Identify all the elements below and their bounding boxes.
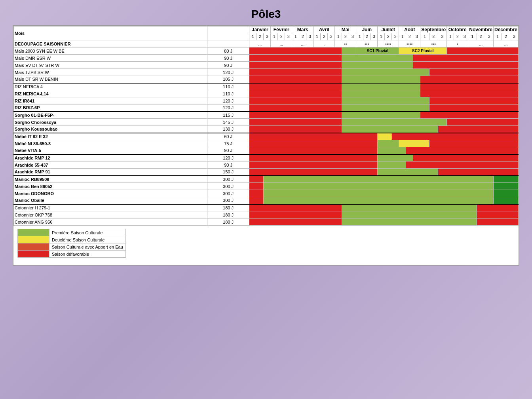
row-name: RIZ NERICA-L14: [14, 90, 207, 97]
row-days: 105 J: [207, 76, 249, 83]
calendar-cell: [399, 140, 429, 147]
table-row: Maïs DMR ESR W90 J: [14, 55, 519, 62]
dec-header: Décembre: [493, 27, 518, 33]
jul-header: Juillet: [378, 27, 399, 33]
calendar-cell: [342, 76, 420, 83]
legend-red: [18, 251, 49, 258]
calendar-cell: [438, 169, 518, 176]
d-jul3: 3: [392, 33, 399, 40]
row-name: RIZ BRIZ-6P: [14, 104, 207, 112]
row-days: 110 J: [207, 83, 249, 90]
row-name: Arachide RMP 91: [14, 169, 207, 176]
d-mai2: 2: [342, 33, 349, 40]
d-mar3: 3: [306, 33, 314, 40]
row-name: Manioc RB89509: [14, 176, 207, 183]
calendar-cell: [493, 197, 518, 204]
calendar-cell: [249, 162, 378, 169]
row-days: 180 J: [207, 211, 249, 218]
calendar-cell: [342, 218, 477, 226]
ds-avr: .: [314, 40, 335, 48]
calendar-cell: [493, 190, 518, 197]
ds-nov: ...: [468, 40, 494, 48]
table-row: Sorgho Chorossoya145 J: [14, 119, 519, 126]
calendar-cell: [420, 90, 519, 97]
row-days: 180 J: [207, 218, 249, 226]
calendar-cell: [342, 69, 429, 76]
calendar-cell: [413, 154, 519, 162]
row-name: Cotonnier H 279-1: [14, 204, 207, 211]
legend-yellow-label: Deuxième Saison Culturale: [49, 236, 126, 243]
legend-yellow: [18, 236, 49, 243]
row-days: 60 J: [207, 133, 249, 140]
ds-mar: ...: [292, 40, 314, 48]
table-row: Niébé IT 82 E 3260 J: [14, 133, 519, 140]
calendar-cell: [406, 162, 519, 169]
d-avr2: 2: [321, 33, 328, 40]
table-row: Maïs 2000 SYN EE W BE80 JSC1 PluvialSC2 …: [14, 48, 519, 55]
calendar-cell: [429, 69, 518, 76]
table-row: Cotonnier OKP 768180 J: [14, 211, 519, 218]
d-jul1: 1: [378, 33, 385, 40]
d-dec1: 1: [493, 33, 502, 40]
calendar-cell: [342, 62, 413, 69]
d-dec2: 2: [502, 33, 510, 40]
row-name: Manioc ODONGBO: [14, 190, 207, 197]
d-oct1: 1: [447, 33, 454, 40]
calendar-cell: [378, 154, 413, 162]
calendar-cell: [406, 147, 519, 154]
row-days: 120 J: [207, 104, 249, 112]
row-name: Cotonnier OKP 768: [14, 211, 207, 218]
calendar-cell: [413, 55, 519, 62]
d-jan3: 3: [264, 33, 271, 40]
row-days: 150 J: [207, 169, 249, 176]
d-aou1: 1: [399, 33, 406, 40]
jun-header: Juin: [356, 27, 378, 33]
d-dec3: 3: [510, 33, 518, 40]
d-aou3: 3: [413, 33, 420, 40]
jan-header: Janvier: [249, 27, 271, 33]
decoupage-row: DECOUPAGE SAISONNIER ... ... ... . •• ••…: [14, 40, 519, 48]
row-days: 300 J: [207, 183, 249, 190]
calendar-cell: [249, 140, 378, 147]
table-row: Manioc RB89509300 J: [14, 176, 519, 183]
d-nov3: 3: [485, 33, 493, 40]
calendar-cell: [438, 126, 518, 133]
d-sep3: 3: [438, 33, 446, 40]
d-nov1: 1: [468, 33, 477, 40]
calendar-cell: [249, 76, 342, 83]
row-name: Arachide RMP 12: [14, 154, 207, 162]
calendar-cell: [264, 190, 494, 197]
d-jul2: 2: [385, 33, 392, 40]
legend-table: Première Saison Culturale Deuxième Saiso…: [17, 229, 126, 258]
calendar-cell: [429, 140, 518, 147]
calendar-cell: [342, 112, 420, 119]
calendar-cell: [342, 204, 477, 211]
table-row: Arachide RMP 12120 J: [14, 154, 519, 162]
calendar-cell: [249, 69, 342, 76]
calendar-cell: [249, 119, 342, 126]
calendar-cell: [447, 119, 519, 126]
calendar-cell: [493, 176, 518, 183]
table-row: Sorgho 01-BE-F5P-115 J: [14, 112, 519, 119]
calendar-cell: [249, 97, 342, 104]
row-days: 75 J: [207, 140, 249, 147]
table-row: Manioc Ben 86052300 J: [14, 183, 519, 190]
d-jun3: 3: [370, 33, 378, 40]
row-name: Maïs 2000 SYN EE W BE: [14, 48, 207, 55]
table-row: RIZ IR841120 J: [14, 97, 519, 104]
calendar-cell: [378, 169, 438, 176]
calendar-cell: [342, 211, 477, 218]
legend-red-label: Saison défavorable: [49, 251, 126, 258]
table-row: RIZ BRIZ-6P120 J: [14, 104, 519, 112]
table-row: RIZ NERICA-L14110 J: [14, 90, 519, 97]
row-name: Cotonnier ANG 956: [14, 218, 207, 226]
table-row: Maïs EV DT 97 STR W90 J: [14, 62, 519, 69]
row-name: Manioc Obaïlè: [14, 197, 207, 204]
table-row: Sorgho Koussoubao130 J: [14, 126, 519, 133]
page-title: Pôle3: [251, 8, 281, 21]
table-row: Arachide RMP 91150 J: [14, 169, 519, 176]
row-days: 90 J: [207, 162, 249, 169]
row-days: 300 J: [207, 176, 249, 183]
row-days: 120 J: [207, 154, 249, 162]
fev-header: Février: [271, 27, 292, 33]
